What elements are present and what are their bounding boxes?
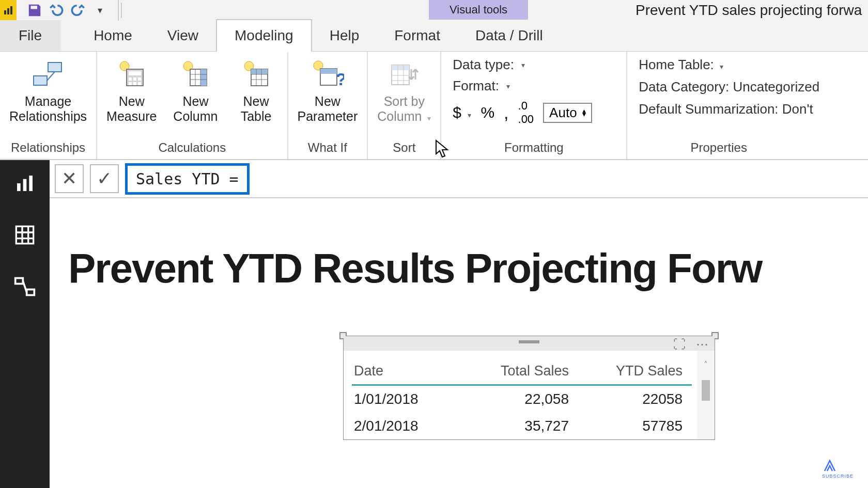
report-view-button[interactable] <box>12 170 38 196</box>
title-bar: ▾ Visual tools Prevent YTD sales project… <box>0 0 868 21</box>
drag-grip-icon[interactable] <box>519 340 539 343</box>
quick-access-toolbar: ▾ <box>17 0 119 21</box>
data-view-button[interactable] <box>12 222 38 248</box>
save-button[interactable] <box>26 2 43 19</box>
separator <box>121 3 122 18</box>
svg-rect-8 <box>129 71 141 75</box>
svg-rect-0 <box>4 10 6 14</box>
new-parameter-button[interactable]: ? New Parameter <box>295 55 361 126</box>
label: New Parameter <box>298 94 358 124</box>
group-label: Formatting <box>453 138 615 157</box>
svg-rect-17 <box>200 69 207 86</box>
report-canvas: ✕ ✓ Sales YTD = Prevent YTD Results Proj… <box>50 160 868 488</box>
svg-text:?: ? <box>336 69 344 89</box>
new-table-button[interactable]: New Table <box>231 55 281 126</box>
data-category-dropdown[interactable]: Data Category: Uncategorized <box>639 79 819 95</box>
tab-help[interactable]: Help <box>312 20 377 51</box>
tab-home[interactable]: Home <box>76 20 150 51</box>
column-header[interactable]: Date <box>352 360 462 385</box>
label: New Column <box>173 94 218 124</box>
redo-button[interactable] <box>69 2 87 19</box>
tab-format[interactable]: Format <box>377 20 458 51</box>
group-relationships: Manage Relationships Relationships <box>0 52 97 159</box>
document-title: Prevent YTD sales projecting forwa <box>636 2 862 19</box>
new-column-button[interactable]: New Column <box>170 55 221 126</box>
ribbon-tabs: File Home View Modeling Help Format Data… <box>0 21 868 52</box>
visual-header[interactable]: ⛶ ⋯ <box>344 336 715 351</box>
data-table: Date Total Sales YTD Sales 1/01/2018 22,… <box>352 360 692 439</box>
currency-button[interactable]: $ ▾ <box>453 104 471 121</box>
svg-rect-31 <box>320 69 337 74</box>
undo-button[interactable] <box>48 2 65 19</box>
group-sort: Sort by Column ▾ Sort <box>368 52 441 159</box>
decimal-places-stepper[interactable]: Auto ▴▾ <box>543 103 592 123</box>
tab-modeling[interactable]: Modeling <box>216 19 312 52</box>
tab-data-drill[interactable]: Data / Drill <box>458 20 561 51</box>
column-header[interactable]: Total Sales <box>462 360 578 385</box>
column-header[interactable]: YTD Sales <box>578 360 692 385</box>
qat-customize-dropdown[interactable]: ▾ <box>91 2 109 19</box>
scrollbar[interactable]: ˄ <box>697 351 715 439</box>
comma-button[interactable]: , <box>504 103 508 123</box>
svg-line-49 <box>23 281 26 292</box>
page-title: Prevent YTD Results Projecting Forw <box>50 198 868 292</box>
manage-relationships-button[interactable]: Manage Relationships <box>6 55 90 126</box>
svg-rect-3 <box>48 62 61 72</box>
scroll-up-icon[interactable]: ˄ <box>704 360 708 370</box>
sort-by-column-button[interactable]: Sort by Column ▾ <box>374 55 434 126</box>
more-options-icon[interactable]: ⋯ <box>696 337 708 352</box>
focus-mode-icon[interactable]: ⛶ <box>673 337 686 352</box>
percent-button[interactable]: % <box>481 104 494 121</box>
model-view-button[interactable] <box>12 274 38 300</box>
group-label: Calculations <box>158 138 226 157</box>
contextual-tab-label: Visual tools <box>429 0 528 20</box>
group-label: What If <box>308 138 347 157</box>
data-type-dropdown[interactable]: Data type: ▾ <box>453 57 615 73</box>
cancel-formula-button[interactable]: ✕ <box>55 164 84 193</box>
default-summarization-dropdown[interactable]: Default Summarization: Don't <box>639 101 819 117</box>
main-area: ✕ ✓ Sales YTD = Prevent YTD Results Proj… <box>0 160 868 488</box>
group-label: Properties <box>639 138 819 157</box>
svg-rect-40 <box>23 179 27 191</box>
label: New Table <box>241 94 272 124</box>
chevron-down-icon: ▾ <box>521 61 525 69</box>
group-properties: Home Table: ▾ Data Category: Uncategoriz… <box>627 52 819 159</box>
chevron-down-icon: ▾ <box>427 114 431 122</box>
svg-rect-34 <box>392 65 409 70</box>
svg-rect-13 <box>133 82 136 85</box>
table-row: 1/01/2018 22,058 22058 <box>352 385 692 413</box>
sort-icon <box>389 57 420 92</box>
group-label: Relationships <box>11 138 85 157</box>
svg-rect-2 <box>10 6 12 14</box>
table-visual[interactable]: ⛶ ⋯ Date Total Sales YTD Sales <box>343 336 715 440</box>
svg-line-5 <box>47 72 55 81</box>
subscribe-badge: SUBSCRIBE <box>822 458 854 479</box>
scroll-thumb[interactable] <box>702 380 710 401</box>
decimal-button[interactable]: .0.00 <box>518 99 534 126</box>
new-measure-button[interactable]: New Measure <box>103 55 160 126</box>
label: Sort by Column ▾ <box>377 94 431 124</box>
tab-file[interactable]: File <box>0 20 60 51</box>
formula-bar: ✕ ✓ Sales YTD = <box>50 160 868 198</box>
home-table-dropdown[interactable]: Home Table: ▾ <box>639 57 819 73</box>
relationships-icon <box>32 57 65 92</box>
svg-rect-41 <box>29 176 33 191</box>
svg-rect-47 <box>16 278 23 284</box>
formula-input[interactable]: Sales YTD = <box>125 163 250 195</box>
format-dropdown[interactable]: Format: ▾ <box>453 78 615 94</box>
svg-rect-24 <box>251 69 268 74</box>
table-icon <box>242 57 271 92</box>
commit-formula-button[interactable]: ✓ <box>90 164 119 193</box>
left-nav <box>0 160 50 488</box>
svg-rect-48 <box>27 290 35 295</box>
app-icon <box>0 0 17 21</box>
svg-rect-11 <box>138 77 141 81</box>
group-formatting: Data type: ▾ Format: ▾ $ ▾ % , .0.00 Aut… <box>441 52 627 159</box>
svg-rect-4 <box>34 76 47 85</box>
table-row: 2/01/2018 35,727 57785 <box>352 413 692 439</box>
measure-icon <box>117 57 146 92</box>
chevron-down-icon: ▾ <box>506 82 510 90</box>
label: New Measure <box>106 94 157 124</box>
svg-rect-12 <box>129 82 132 85</box>
tab-view[interactable]: View <box>150 20 216 51</box>
